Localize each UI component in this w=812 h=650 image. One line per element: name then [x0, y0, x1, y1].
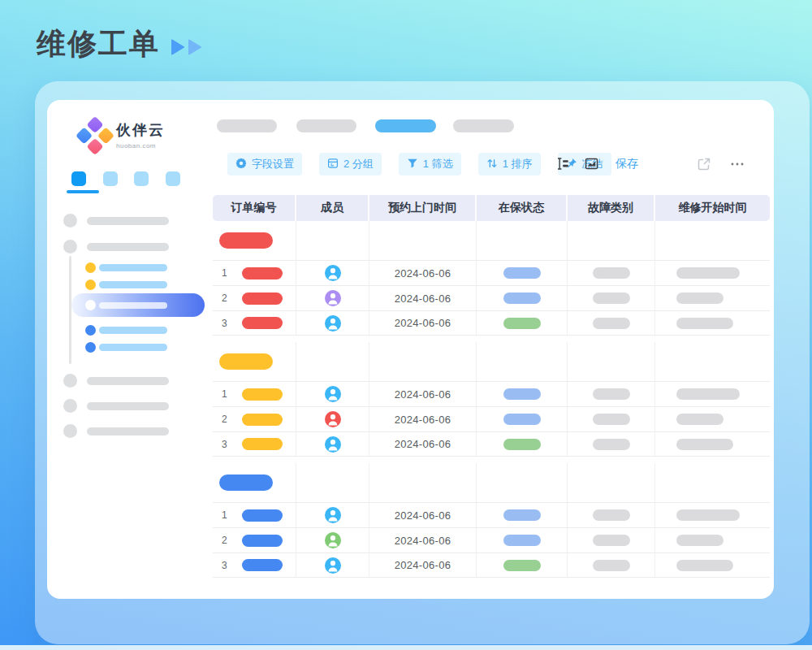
sidebar-tab-3[interactable]: [134, 171, 149, 186]
double-play-icon: [171, 39, 201, 55]
group-header-cell: [477, 463, 568, 502]
member-avatar: [325, 290, 341, 306]
table-cell: [477, 311, 568, 335]
fault-category-pill: [593, 318, 630, 329]
view-tab-2[interactable]: [296, 119, 356, 132]
table-row[interactable]: 22024-06-06: [213, 406, 770, 431]
group-header-cell: [655, 221, 770, 260]
fault-category-pill: [593, 535, 630, 546]
1 排序-button[interactable]: 1 排序: [478, 153, 541, 176]
repair-start-time-bar: [676, 267, 740, 279]
toolbar-button-label: 1 排序: [503, 157, 533, 171]
order-id-pill: [242, 535, 283, 547]
repair-start-time-bar: [676, 439, 733, 450]
view-tab-3[interactable]: [375, 119, 436, 132]
column-header[interactable]: 故障类别: [568, 195, 655, 221]
sidebar-item[interactable]: [63, 399, 169, 413]
sidebar-item[interactable]: [63, 240, 169, 254]
sidebar-tree-item[interactable]: [85, 342, 167, 353]
order-id-pill: [242, 267, 283, 280]
page-header: 维修工单: [37, 24, 201, 64]
table-cell: [477, 432, 568, 456]
repair-start-time-bar: [676, 560, 733, 571]
group-header-row: [213, 342, 770, 381]
table-cell: 1: [213, 503, 296, 527]
sidebar-item-selected[interactable]: [71, 293, 205, 317]
table-cell: [477, 261, 568, 285]
warranty-status-pill: [503, 439, 541, 450]
group-header-row: [213, 463, 770, 502]
column-header[interactable]: 成员: [296, 195, 369, 221]
row-number: 1: [222, 509, 230, 521]
bottom-strip: [0, 645, 812, 650]
sidebar-tab-2[interactable]: [103, 171, 118, 186]
column-header[interactable]: 在保状态: [477, 195, 568, 221]
sidebar-item[interactable]: [63, 214, 169, 228]
字段设置-button[interactable]: 字段设置: [227, 153, 302, 176]
sidebar-tree-item[interactable]: [85, 280, 167, 290]
group-header-cell: [477, 221, 568, 260]
save-button[interactable]: 保存: [615, 157, 638, 171]
table-row[interactable]: 22024-06-06: [213, 285, 770, 310]
group-label-pill: [219, 232, 273, 249]
table-cell: 2: [213, 407, 296, 431]
group-header-cell: [296, 342, 369, 381]
fault-category-pill: [593, 439, 630, 450]
warranty-status-pill: [503, 414, 541, 425]
2 分组-button[interactable]: 2 分组: [319, 153, 382, 176]
group-header-cell: [568, 221, 655, 260]
tree-indent-line: [69, 256, 71, 364]
table-row[interactable]: 12024-06-06: [213, 381, 770, 406]
member-avatar: [325, 507, 341, 523]
table-cell: [477, 382, 568, 406]
more-options-icon[interactable]: [729, 157, 745, 175]
order-id-pill: [242, 438, 283, 450]
group-header-cell: [655, 463, 770, 502]
table-row[interactable]: 12024-06-06: [213, 260, 770, 285]
table-cell: [655, 286, 770, 310]
sidebar-item[interactable]: [63, 424, 169, 438]
sidebar-tree-item[interactable]: [85, 262, 167, 273]
table-cell: 3: [213, 432, 296, 456]
sort-icon: [486, 158, 498, 171]
table-row[interactable]: 32024-06-06: [213, 552, 770, 578]
repair-start-time-bar: [676, 414, 723, 425]
member-avatar: [325, 532, 341, 548]
sidebar-tree-item[interactable]: [85, 325, 167, 336]
column-header[interactable]: 维修开始时间: [655, 195, 770, 221]
table-cell: [655, 311, 770, 335]
table-cell: [477, 553, 568, 577]
column-header[interactable]: 预约上门时间: [369, 195, 477, 221]
row-height-icon[interactable]: [556, 157, 570, 174]
fault-category-pill: [593, 414, 630, 425]
appointment-date: 2024-06-06: [369, 261, 477, 285]
sidebar-tab-1[interactable]: [71, 171, 86, 186]
share-icon[interactable]: [697, 157, 711, 175]
table-cell: [568, 382, 655, 406]
group-icon: [327, 158, 339, 171]
table-cell: 1: [213, 261, 296, 285]
table-row[interactable]: 32024-06-06: [213, 431, 770, 457]
warranty-status-pill: [503, 509, 541, 521]
sidebar-tab-4[interactable]: [166, 171, 180, 186]
column-header[interactable]: 订单编号: [213, 195, 296, 221]
view-tab-4[interactable]: [453, 119, 514, 132]
table-group-blue: 12024-06-0622024-06-0632024-06-06: [213, 463, 770, 578]
row-number: 3: [222, 560, 230, 571]
table-cell: [568, 311, 655, 335]
table-row[interactable]: 32024-06-06: [213, 310, 770, 336]
sidebar-item[interactable]: [63, 374, 169, 388]
1 筛选-button[interactable]: 1 筛选: [399, 153, 461, 176]
table-row[interactable]: 12024-06-06: [213, 502, 770, 527]
appointment-date: 2024-06-06: [369, 407, 477, 431]
toolbar: 字段设置2 分组1 筛选1 排序冻结: [227, 153, 611, 176]
group-header-cell: [369, 342, 477, 381]
warranty-status-pill: [503, 535, 541, 546]
view-tab-1[interactable]: [217, 119, 277, 132]
group-header-cell: [568, 342, 655, 381]
table-cell: [296, 407, 369, 431]
toolbar-button-label: 2 分组: [343, 157, 374, 171]
table-row[interactable]: 22024-06-06: [213, 527, 770, 552]
chart-icon[interactable]: [585, 157, 598, 174]
item-dot: [85, 262, 96, 273]
